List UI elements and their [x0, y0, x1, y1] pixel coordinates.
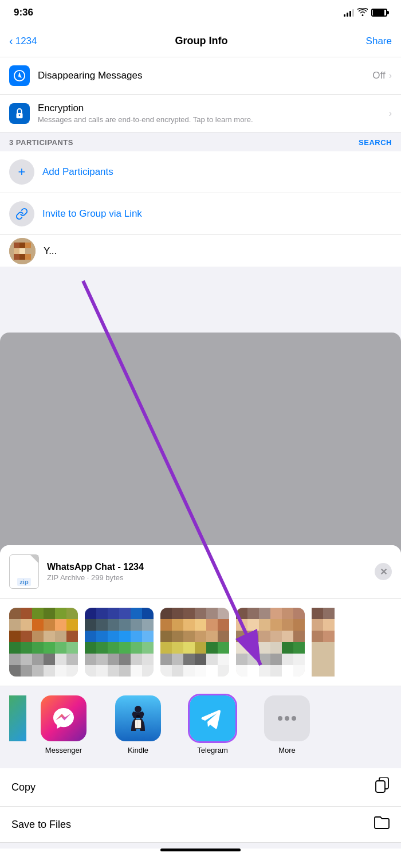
svg-rect-85	[119, 665, 131, 677]
svg-rect-32	[66, 631, 78, 642]
svg-rect-172	[312, 631, 323, 642]
svg-rect-145	[247, 642, 259, 654]
svg-rect-42	[44, 654, 55, 665]
kindle-label: Kindle	[128, 746, 148, 754]
svg-rect-31	[55, 631, 66, 642]
participants-count-label: 3 PARTICIPANTS	[9, 138, 73, 147]
svg-rect-165	[323, 608, 335, 619]
svg-rect-30	[44, 631, 55, 642]
svg-rect-139	[247, 631, 259, 642]
back-label: 1234	[15, 36, 37, 47]
svg-rect-12	[19, 254, 25, 260]
encryption-label: Encryption	[38, 103, 389, 114]
share-button[interactable]: Share	[366, 36, 392, 47]
safe-area	[0, 849, 401, 868]
invite-link-row[interactable]: Invite to Group via Link	[0, 193, 401, 235]
disappearing-messages-label: Disappearing Messages	[38, 70, 372, 81]
svg-rect-6	[19, 243, 25, 248]
copy-icon	[375, 777, 390, 797]
add-participants-label: Add Participants	[42, 166, 113, 178]
save-files-action-row[interactable]: Save to Files	[0, 807, 401, 843]
status-time: 9:36	[14, 7, 33, 18]
status-icons	[344, 8, 387, 18]
svg-rect-38	[66, 642, 78, 654]
svg-rect-111	[206, 642, 218, 654]
contact-thumb[interactable]	[9, 608, 78, 677]
copy-action-row[interactable]: Copy	[0, 768, 401, 807]
participant-row[interactable]: Y...	[0, 235, 401, 267]
svg-rect-109	[183, 642, 195, 654]
svg-rect-50	[66, 665, 78, 677]
svg-rect-151	[247, 654, 259, 665]
disappearing-messages-row[interactable]: Disappearing Messages Off ›	[0, 57, 401, 95]
disappearing-messages-text: Disappearing Messages	[38, 70, 372, 81]
messenger-app[interactable]: Messenger	[26, 695, 101, 754]
telegram-app[interactable]: Telegram	[175, 695, 250, 754]
svg-rect-36	[44, 642, 55, 654]
svg-rect-86	[131, 665, 142, 677]
encryption-row[interactable]: Encryption Messages and calls are end-to…	[0, 95, 401, 132]
kindle-app[interactable]: Kindle	[101, 695, 175, 754]
encryption-chevron-icon: ›	[389, 108, 392, 119]
telegram-label: Telegram	[197, 746, 227, 754]
apps-row: Messenger Kindle	[0, 686, 401, 764]
svg-rect-164	[312, 608, 323, 619]
svg-rect-67	[119, 631, 131, 642]
svg-rect-5	[14, 243, 19, 248]
contact-thumb[interactable]	[236, 608, 305, 677]
svg-rect-34	[21, 642, 32, 654]
more-app[interactable]: More	[250, 695, 324, 754]
add-participants-row[interactable]: + Add Participants	[0, 151, 401, 193]
svg-rect-57	[142, 608, 154, 619]
svg-rect-157	[247, 665, 259, 677]
svg-rect-127	[247, 608, 259, 619]
svg-rect-83	[96, 665, 108, 677]
svg-rect-140	[259, 631, 270, 642]
save-files-label: Save to Files	[11, 819, 71, 831]
contact-thumb[interactable]	[160, 608, 229, 677]
messenger-label: Messenger	[45, 746, 82, 754]
wifi-icon	[357, 8, 368, 18]
svg-rect-72	[108, 642, 119, 654]
nav-bar: ‹ 1234 Group Info Share	[0, 25, 401, 57]
svg-point-1	[18, 74, 21, 77]
svg-rect-75	[142, 642, 154, 654]
svg-rect-110	[195, 642, 206, 654]
messenger-icon	[41, 695, 87, 741]
svg-rect-77	[96, 654, 108, 665]
svg-rect-73	[119, 642, 131, 654]
svg-rect-103	[183, 631, 195, 642]
add-participants-icon: +	[9, 159, 34, 185]
svg-rect-101	[160, 631, 172, 642]
svg-rect-22	[21, 619, 32, 631]
svg-point-176	[135, 706, 141, 713]
contact-thumb-partial[interactable]	[312, 608, 335, 677]
telegram-icon	[190, 695, 235, 741]
svg-rect-69	[142, 631, 154, 642]
svg-rect-158	[259, 665, 270, 677]
share-file-meta: ZIP Archive · 299 bytes	[47, 573, 375, 582]
contact-avatar-4	[236, 608, 305, 677]
svg-rect-8	[14, 248, 19, 254]
encryption-sublabel: Messages and calls are end-to-end encryp…	[38, 115, 389, 124]
back-button[interactable]: ‹ 1234	[9, 34, 37, 48]
disappearing-messages-icon	[9, 65, 30, 86]
svg-rect-64	[85, 631, 96, 642]
svg-rect-58	[85, 619, 96, 631]
svg-rect-28	[21, 631, 32, 642]
share-close-button[interactable]: ✕	[375, 563, 392, 580]
svg-rect-18	[44, 608, 55, 619]
participants-search-button[interactable]: SEARCH	[359, 138, 392, 147]
svg-rect-25	[55, 619, 66, 631]
svg-rect-130	[282, 608, 293, 619]
more-dot-1	[278, 716, 282, 721]
svg-rect-124	[218, 665, 229, 677]
svg-rect-76	[85, 654, 96, 665]
contact-thumb[interactable]	[85, 608, 154, 677]
svg-rect-149	[293, 642, 305, 654]
svg-rect-102	[172, 631, 183, 642]
svg-rect-66	[108, 631, 119, 642]
svg-rect-53	[96, 608, 108, 619]
svg-rect-154	[282, 654, 293, 665]
svg-rect-45	[9, 665, 21, 677]
